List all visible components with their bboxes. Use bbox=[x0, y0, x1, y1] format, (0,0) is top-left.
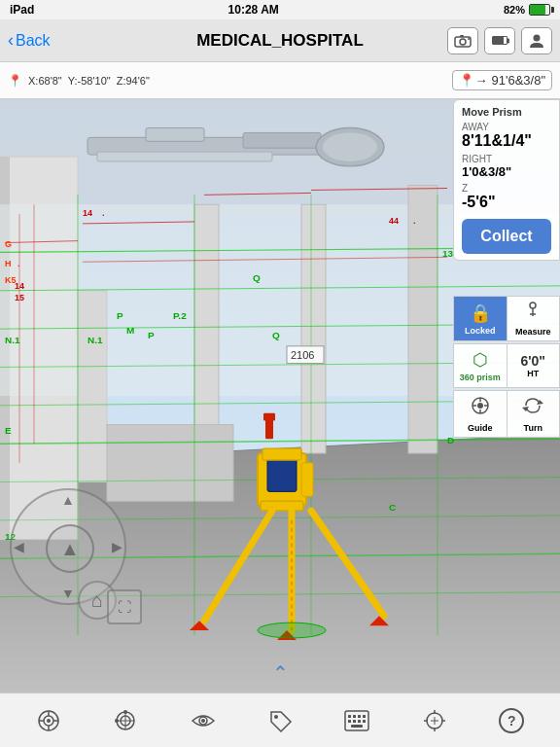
measure-button[interactable]: Measure bbox=[508, 297, 560, 340]
locked-button[interactable]: 🔒 Locked bbox=[454, 297, 508, 340]
svg-rect-118 bbox=[358, 720, 361, 723]
user-icon bbox=[529, 33, 544, 49]
back-button[interactable]: ‹ Back bbox=[8, 30, 51, 51]
svg-point-1 bbox=[460, 39, 466, 45]
toolbar-help-button[interactable]: ? bbox=[491, 704, 532, 737]
battery-button[interactable] bbox=[484, 27, 515, 54]
svg-text:M: M bbox=[126, 325, 134, 336]
back-label: Back bbox=[16, 32, 51, 50]
battery-nav-icon bbox=[492, 36, 508, 45]
ht-button[interactable]: 6'0" HT bbox=[508, 344, 560, 387]
user-button[interactable] bbox=[521, 27, 552, 54]
away-label: AWAY bbox=[462, 122, 551, 132]
joystick-down-indicator: ▼ bbox=[61, 586, 75, 601]
svg-point-106 bbox=[123, 710, 127, 714]
svg-point-20 bbox=[323, 132, 377, 161]
battery-icon bbox=[529, 4, 550, 16]
coord-z: Z:94'6" bbox=[117, 75, 150, 87]
guide-button[interactable]: Guide bbox=[454, 391, 508, 437]
svg-rect-116 bbox=[348, 720, 351, 723]
svg-point-109 bbox=[201, 719, 205, 723]
svg-text:.: . bbox=[18, 259, 20, 268]
status-bar: iPad 10:28 AM 82% bbox=[0, 0, 560, 19]
svg-text:N.1: N.1 bbox=[5, 335, 20, 345]
collect-button[interactable]: Collect bbox=[462, 219, 551, 254]
distance-icon: 📍→ bbox=[459, 73, 487, 88]
svg-point-107 bbox=[115, 719, 119, 723]
svg-rect-119 bbox=[363, 720, 366, 723]
bottom-toolbar: ? bbox=[0, 693, 560, 747]
svg-rect-16 bbox=[146, 128, 204, 142]
svg-rect-75 bbox=[301, 463, 313, 496]
svg-text:.: . bbox=[413, 216, 416, 226]
ht-value: 6'0" bbox=[520, 353, 545, 369]
measure-bar: 📍 X:68'8" Y:-58'10" Z:94'6" 📍→ 91'6&3/8" bbox=[0, 62, 560, 99]
battery-percent: 82% bbox=[504, 4, 525, 16]
locked-label: Locked bbox=[465, 326, 496, 336]
toolbar-target-button[interactable] bbox=[28, 704, 69, 737]
svg-point-97 bbox=[47, 719, 51, 723]
3d-scene[interactable]: G H K5 . N.1 N.1 M P.2 Q Q P P 14 . 14 1… bbox=[0, 62, 560, 693]
toolbar-eye-button[interactable] bbox=[183, 704, 224, 737]
target-icon bbox=[36, 708, 61, 733]
lock-icon: 🔒 bbox=[470, 302, 491, 324]
toolbar-keyboard-button[interactable] bbox=[336, 706, 377, 735]
toolbar-layers-button[interactable] bbox=[105, 704, 146, 737]
svg-text:13: 13 bbox=[442, 248, 454, 259]
house-icon: ⌂ bbox=[91, 589, 103, 612]
device-name: iPad bbox=[10, 3, 34, 17]
expand-view-button[interactable]: ⛶ bbox=[107, 589, 142, 624]
panel-row-lock-measure: 🔒 Locked Measure bbox=[453, 296, 560, 341]
turn-label: Turn bbox=[524, 423, 542, 433]
svg-text:G: G bbox=[5, 240, 12, 250]
guide-label: Guide bbox=[468, 423, 493, 433]
svg-rect-112 bbox=[348, 715, 351, 718]
svg-rect-120 bbox=[351, 725, 363, 728]
turn-icon bbox=[522, 395, 543, 421]
joystick-inner[interactable]: ▲ bbox=[46, 524, 94, 573]
coord-y: Y:-58'10" bbox=[68, 75, 111, 87]
status-right: 82% bbox=[472, 4, 550, 16]
eye-icon bbox=[191, 708, 216, 733]
nav-up-arrow: ▲ bbox=[60, 538, 80, 560]
svg-text:15: 15 bbox=[15, 293, 24, 302]
expand-icon: ⛶ bbox=[118, 599, 131, 615]
joystick-left-indicator: ◀ bbox=[14, 539, 24, 554]
svg-point-3 bbox=[468, 38, 470, 40]
svg-rect-113 bbox=[353, 715, 356, 718]
joystick-area[interactable]: ▲ ▲ ▼ ◀ ▶ ⌂ ⛶ bbox=[10, 488, 146, 624]
svg-rect-24 bbox=[263, 413, 275, 421]
move-prism-title: Move Prism bbox=[462, 106, 551, 118]
joystick-up-indicator: ▲ bbox=[61, 492, 75, 508]
panel-row-prism-ht: ⬡ 360 prism 6'0" HT bbox=[453, 343, 560, 388]
svg-text:Q: Q bbox=[253, 272, 261, 283]
tag-icon bbox=[267, 708, 293, 733]
turn-button[interactable]: Turn bbox=[508, 391, 560, 437]
svg-text:P: P bbox=[148, 330, 155, 340]
right-value: 1'0&3/8" bbox=[462, 164, 551, 179]
camera-icon bbox=[454, 34, 472, 48]
distance-display: 📍→ 91'6&3/8" bbox=[452, 70, 552, 90]
svg-rect-18 bbox=[97, 152, 272, 161]
status-time: 10:28 AM bbox=[228, 3, 279, 17]
help-icon: ? bbox=[499, 708, 524, 733]
nav-icons bbox=[447, 27, 552, 54]
scene-up-chevron[interactable]: ⌃ bbox=[272, 661, 289, 685]
z-label: Z bbox=[462, 183, 551, 194]
toolbar-crosshair-button[interactable] bbox=[414, 704, 455, 737]
camera-button[interactable] bbox=[447, 27, 478, 54]
page-title: MEDICAL_HOSPITAL bbox=[196, 31, 364, 51]
toolbar-tag-button[interactable] bbox=[260, 704, 300, 737]
svg-point-4 bbox=[534, 34, 541, 41]
svg-rect-17 bbox=[243, 132, 321, 148]
prism-360-button[interactable]: ⬡ 360 prism bbox=[454, 344, 508, 387]
right-label: RIGHT bbox=[462, 154, 551, 164]
away-value: 8'11&1/4" bbox=[462, 132, 551, 150]
svg-text:Q: Q bbox=[272, 330, 280, 340]
svg-text:P: P bbox=[117, 310, 123, 321]
svg-text:H: H bbox=[5, 259, 11, 268]
move-prism-panel: Move Prism AWAY 8'11&1/4" RIGHT 1'0&3/8"… bbox=[453, 99, 560, 261]
svg-text:E: E bbox=[5, 425, 12, 436]
prism-label: 360 prism bbox=[460, 373, 501, 382]
distance-value: 91'6&3/8" bbox=[491, 73, 545, 88]
